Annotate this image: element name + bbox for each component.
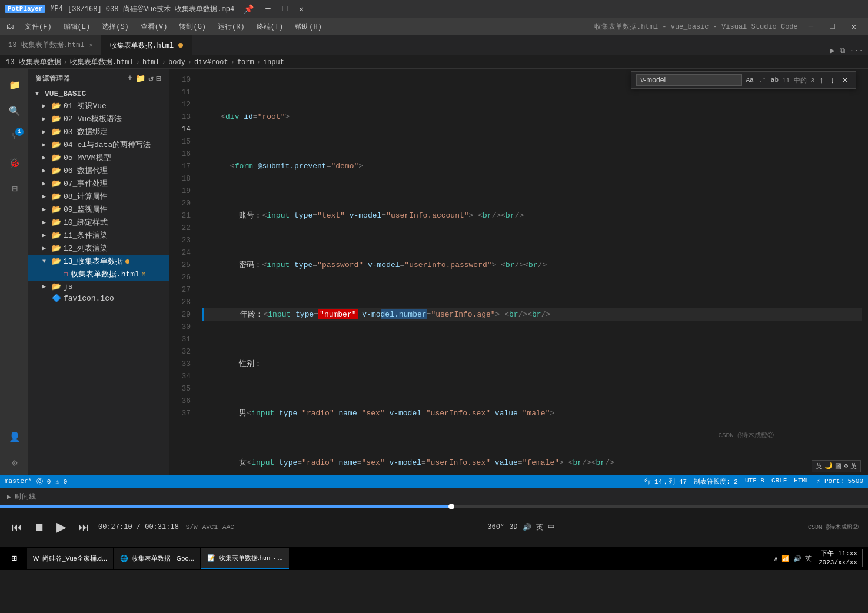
breadcrumb-path5[interactable]: div#root [194,58,228,66]
status-errors[interactable]: ⓪ 0 [36,477,51,486]
taskbar-btn-1[interactable]: W 尚硅谷_Vue全家桶.d... [27,548,113,569]
menu-view[interactable]: 查看(V) [135,19,174,34]
tray-up-icon[interactable]: ∧ [774,555,778,562]
maximize-btn[interactable]: □ [279,4,291,14]
activity-git[interactable]: ⑂ 1 [2,125,26,149]
sidebar-item-11[interactable]: ▶ 📂 11_条件渲染 [28,229,169,242]
vscode-maximize[interactable]: □ [824,21,840,32]
activity-extensions[interactable]: ⊞ [2,177,26,201]
code-content[interactable]: <div id="root"> <form @submit.prevent="d… [197,74,868,475]
status-port[interactable]: ⚡ Port: 5500 [817,477,863,486]
activity-explorer[interactable]: 📁 [2,74,26,97]
tn-12: input [267,211,290,220]
find-prev-btn[interactable]: ↑ [817,74,826,86]
sidebar-item-10[interactable]: ▶ 📂 10_绑定样式 [28,216,169,229]
activity-settings[interactable]: ⚙ [2,451,26,475]
minimize-btn[interactable]: ─ [262,4,274,14]
breadcrumb-path3[interactable]: html [142,58,159,66]
sidebar-item-js[interactable]: ▶ 📂 js [28,281,169,292]
progress-bar-container[interactable] [0,505,868,508]
taskbar-btn-2[interactable]: 🌐 收集表单数据 - Goo... [114,548,200,569]
tray-vol[interactable]: 🔊 [793,555,802,562]
status-lineending[interactable]: CRLF [771,477,787,486]
timeline-arrow[interactable]: ▶ [7,492,11,501]
fmt-avc: AVC1 [202,524,218,531]
tab-2[interactable]: 收集表单数据.html [102,35,192,55]
show-desktop[interactable] [862,549,866,567]
find-next-btn[interactable]: ↓ [828,74,837,86]
split-icon[interactable]: ⧉ [840,46,845,55]
menu-help[interactable]: 帮助(H) [289,19,328,34]
sidebar-item-03[interactable]: ▶ 📂 03_数据绑定 [28,125,169,138]
menu-file[interactable]: 文件(F) [19,19,58,34]
sidebar-item-12[interactable]: ▶ 📂 12_列表渲染 [28,242,169,255]
sidebar-item-favicon[interactable]: 🔷 favicon.ico [28,292,169,304]
whole-word-icon[interactable]: .* [757,75,767,85]
status-encoding[interactable]: UTF-8 [745,477,764,486]
pin-btn[interactable]: 📌 [240,4,257,14]
prev-btn[interactable]: ⏮ [9,519,25,536]
sidebar-item-04[interactable]: ▶ 📂 04_el与data的两种写法 [28,138,169,151]
vscode-close[interactable]: ✕ [846,21,862,33]
regex-icon[interactable]: ab [770,75,780,85]
menu-select[interactable]: 选择(S) [96,19,135,34]
video-info: S/W AVC1 AAC [186,524,234,531]
find-input[interactable] [636,74,742,86]
sidebar-item-07[interactable]: ▶ 📂 07_事件处理 [28,177,169,190]
close-btn[interactable]: ✕ [295,4,307,14]
sidebar-item-06[interactable]: ▶ 📂 06_数据代理 [28,164,169,177]
status-language[interactable]: HTML [794,477,809,486]
breadcrumb-path1[interactable]: 13_收集表单数据 [6,57,61,67]
status-branch[interactable]: master* [5,478,32,485]
vscode-minimize[interactable]: ─ [803,21,819,32]
sidebar-item-13[interactable]: ▼ 📂 13_收集表单数据 [28,255,169,268]
stop-btn[interactable]: ⏹ [32,519,47,536]
sidebar-item-05[interactable]: ▶ 📂 05_MVVM模型 [28,151,169,164]
play-icon[interactable]: ▶ [830,46,835,55]
next-btn[interactable]: ⏭ [76,519,91,536]
tab-1-close[interactable]: ✕ [89,41,94,49]
ln-16: 16 [175,148,191,160]
sidebar-item-html[interactable]: ◻ 收集表单数据.html M [28,268,169,281]
tray-network[interactable]: 📶 [781,555,790,562]
breadcrumb-sep1: › [64,58,68,66]
tray-lang[interactable]: 英 [805,554,812,563]
breadcrumb-path4[interactable]: body [168,58,185,66]
menu-terminal[interactable]: 终端(T) [251,19,290,34]
menu-goto[interactable]: 转到(G) [173,19,212,34]
taskbar-btn-3[interactable]: 📝 收集表单数据.html - ... [201,548,289,569]
sidebar-item-02[interactable]: ▶ 📂 02_Vue模板语法 [28,112,169,125]
menu-run[interactable]: 运行(R) [212,19,251,34]
av-account: "userInfo.account" [386,211,468,220]
activity-bar: 📁 🔍 ⑂ 1 🐞 ⊞ 👤 ⚙ [0,69,28,475]
play-btn[interactable]: ▶ [54,517,69,537]
refresh-icon[interactable]: ↺ [148,74,154,84]
breadcrumb-sep3: › [162,58,166,66]
sidebar-item-09[interactable]: ▶ 📂 09_监视属性 [28,203,169,216]
status-tab[interactable]: 制表符长度: 2 [694,477,738,486]
code-editor[interactable]: 10 11 12 13 14 15 16 17 18 19 20 21 22 2… [169,69,868,475]
activity-account[interactable]: 👤 [2,425,26,449]
sidebar-item-08[interactable]: ▶ 📂 08_计算属性 [28,190,169,203]
text-zhanghu: 账号： [239,211,262,220]
ln-34: 34 [175,370,191,382]
find-close-btn[interactable]: ✕ [839,74,851,86]
sidebar-root[interactable]: ▼ VUE_BASIC [28,88,169,99]
new-folder-icon[interactable]: 📁 [135,74,146,84]
activity-search[interactable]: 🔍 [2,99,26,123]
win-start-btn[interactable]: ⊞ [2,547,26,570]
breadcrumb-path7[interactable]: input [263,58,284,66]
case-sensitive-icon[interactable]: Aa [744,75,754,85]
vol-icon[interactable]: 🔊 [523,523,531,532]
tab-1[interactable]: 13_收集表单数据.html ✕ [0,35,102,55]
more-icon[interactable]: ··· [850,46,863,55]
collapse-icon[interactable]: ⊟ [157,74,162,84]
menu-edit[interactable]: 编辑(E) [58,19,97,34]
status-line[interactable]: 行 14，列 47 [644,477,687,486]
breadcrumb-path6[interactable]: form [237,58,254,66]
sidebar-item-01[interactable]: ▶ 📂 01_初识Vue [28,99,169,112]
status-warnings[interactable]: ⚠ 0 [55,478,67,485]
activity-debug[interactable]: 🐞 [2,151,26,175]
new-file-icon[interactable]: + [128,74,133,84]
breadcrumb-path2[interactable]: 收集表单数据.html [70,57,134,67]
